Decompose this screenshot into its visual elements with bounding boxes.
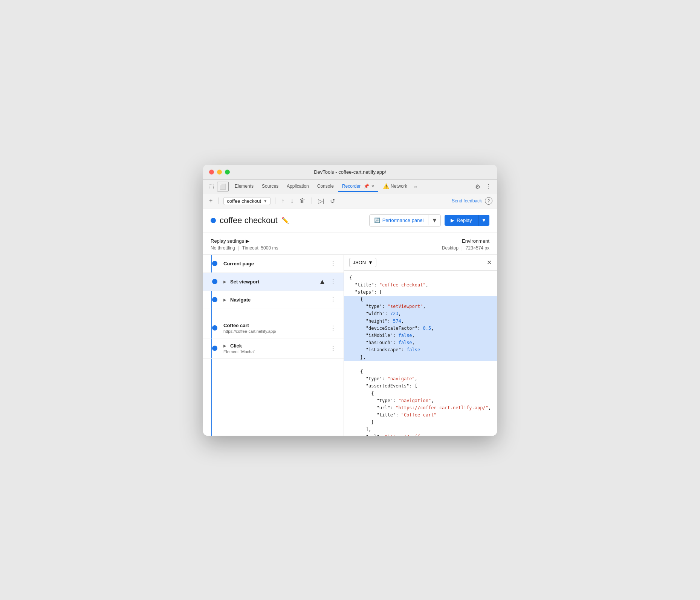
- step-content-1: ▶ Set viewport: [220, 279, 319, 285]
- chevron-down-icon: ▼: [263, 199, 267, 203]
- step-dot-3: [212, 325, 217, 331]
- tab-cursor[interactable]: ⬚: [206, 181, 216, 192]
- toolbar-divider-1: [219, 197, 219, 204]
- step-title-0: Current page: [223, 261, 329, 266]
- window-title: DevTools - coffee-cart.netlify.app/: [314, 169, 386, 175]
- recording-status-dot: [211, 218, 216, 223]
- json-format-chevron: ▼: [368, 260, 373, 265]
- step-dot-1: [212, 279, 217, 284]
- maximize-button[interactable]: [225, 170, 230, 174]
- step-dot-4: [212, 346, 217, 351]
- recording-title: coffee checkout: [220, 216, 278, 225]
- step-menu-2[interactable]: ⋮: [329, 295, 338, 304]
- step-dot-area-1: [209, 279, 220, 284]
- step-click[interactable]: ▶ Click Element "Mocha" ⋮: [203, 338, 344, 359]
- send-feedback-button[interactable]: Send feedback: [452, 198, 482, 204]
- env-title: Environment: [442, 238, 489, 244]
- tab-console[interactable]: Console: [313, 181, 338, 192]
- toolbar-divider-3: [312, 197, 312, 204]
- tab-elements[interactable]: Elements: [231, 181, 257, 192]
- help-button[interactable]: ?: [485, 197, 492, 205]
- perf-panel-main[interactable]: 🔄 Performance panel: [370, 215, 429, 225]
- replay-settings: Replay settings ▶ No throttling | Timeou…: [211, 238, 278, 251]
- step-menu-3[interactable]: ⋮: [329, 324, 338, 332]
- step-set-viewport[interactable]: ▶ Set viewport ▲ ⋮: [203, 273, 344, 291]
- cursor-icon: ▲: [319, 278, 326, 286]
- step-dot-0: [212, 261, 217, 266]
- step-title-2: Navigate: [230, 297, 251, 303]
- performance-panel-button[interactable]: 🔄 Performance panel ▼: [369, 214, 441, 227]
- environment-section: Environment Desktop | 723×574 px: [442, 238, 489, 251]
- perf-icon: 🔄: [374, 217, 380, 223]
- perf-panel-dropdown-icon[interactable]: ▼: [428, 215, 440, 226]
- tab-recorder[interactable]: Recorder 📌 ✕: [338, 181, 378, 192]
- add-recording-button[interactable]: +: [208, 197, 214, 205]
- json-panel: JSON ▼ ✕ { "title": "coffee checkout", "…: [344, 255, 497, 436]
- network-warning-icon: ⚠️: [383, 183, 389, 189]
- step-gap: [203, 309, 344, 318]
- devtools-window: DevTools - coffee-cart.netlify.app/ ⬚ ⬜ …: [203, 165, 497, 436]
- step-menu-1[interactable]: ⋮: [329, 277, 338, 286]
- recording-name-text: coffee checkout: [227, 198, 261, 204]
- tab-more-icon[interactable]: »: [412, 182, 419, 191]
- replay-button-group: ▶ Replay ▼: [445, 215, 489, 226]
- json-content[interactable]: { "title": "coffee checkout", "steps": […: [344, 271, 497, 436]
- step-menu-0[interactable]: ⋮: [329, 259, 338, 268]
- json-format-selector[interactable]: JSON ▼: [349, 258, 376, 267]
- toolbar-right: Send feedback ?: [452, 197, 492, 205]
- step-title-3: Coffee cart: [223, 323, 329, 328]
- tab-inspect[interactable]: ⬜: [217, 182, 229, 191]
- step-menu-4[interactable]: ⋮: [329, 344, 338, 353]
- step-current-page[interactable]: Current page ⋮: [203, 255, 344, 273]
- step-expand-1[interactable]: ▶: [223, 280, 226, 284]
- step-dot-area-2: [209, 297, 220, 302]
- recording-title-area: coffee checkout ✏️: [211, 216, 289, 225]
- step-subtitle-4: Element "Mocha": [223, 349, 329, 354]
- step-content-4: ▶ Click Element "Mocha": [220, 343, 329, 354]
- step-title-1: Set viewport: [230, 279, 259, 285]
- minimize-button[interactable]: [217, 170, 222, 174]
- step-forward-button[interactable]: ▷|: [316, 197, 326, 205]
- json-close-button[interactable]: ✕: [487, 259, 492, 266]
- settings-divider: |: [238, 245, 239, 251]
- tab-application[interactable]: Application: [283, 181, 313, 192]
- step-expand-2[interactable]: ▶: [223, 298, 226, 302]
- step-navigate[interactable]: ▶ Navigate ⋮: [203, 291, 344, 309]
- titlebar: DevTools - coffee-cart.netlify.app/: [203, 165, 497, 180]
- recorder-close-icon[interactable]: ✕: [371, 184, 374, 188]
- step-expand-4[interactable]: ▶: [223, 344, 226, 348]
- step-dot-area-4: [209, 346, 220, 351]
- upload-button[interactable]: ↑: [280, 197, 286, 205]
- tab-network[interactable]: ⚠️ Network: [379, 181, 411, 192]
- replay-dropdown-button[interactable]: ▼: [478, 215, 489, 226]
- replay-settings-title[interactable]: Replay settings ▶: [211, 238, 278, 244]
- settings-icon[interactable]: ⚙: [473, 182, 483, 192]
- tab-sources[interactable]: Sources: [258, 181, 282, 192]
- step-content-3: Coffee cart https://coffee-cart.netlify.…: [220, 323, 329, 334]
- toolbar-divider-2: [275, 197, 275, 204]
- close-button[interactable]: [209, 170, 214, 174]
- expand-icon: ▶: [246, 238, 249, 244]
- more-icon[interactable]: ⋮: [483, 182, 494, 192]
- step-subtitle-3: https://coffee-cart.netlify.app/: [223, 329, 329, 334]
- recorder-pin-icon[interactable]: 📌: [364, 184, 369, 189]
- steps-area: Current page ⋮ ▶ Set viewport: [203, 255, 497, 436]
- recording-selector[interactable]: coffee checkout ▼: [223, 197, 271, 205]
- delete-button[interactable]: 🗑: [298, 197, 307, 205]
- steps-panel: Current page ⋮ ▶ Set viewport: [203, 255, 344, 436]
- step-content-0: Current page: [220, 261, 329, 266]
- main-content: coffee checkout ✏️ 🔄 Performance panel ▼…: [203, 208, 497, 436]
- edit-title-icon[interactable]: ✏️: [281, 217, 289, 224]
- download-button[interactable]: ↓: [289, 197, 295, 205]
- json-format-label: JSON: [353, 260, 366, 265]
- step-dot-area-3: [209, 325, 220, 331]
- settings-section: Replay settings ▶ No throttling | Timeou…: [203, 233, 497, 255]
- settings-sub: No throttling | Timeout: 5000 ms: [211, 245, 278, 251]
- step-coffee-cart[interactable]: Coffee cart https://coffee-cart.netlify.…: [203, 318, 344, 338]
- replay-main-button[interactable]: ▶ Replay: [445, 215, 478, 226]
- play-icon: ▶: [451, 217, 454, 223]
- step-dot-2: [212, 297, 217, 302]
- replay-loop-button[interactable]: ↺: [329, 197, 336, 205]
- devtools-tabs: ⬚ ⬜ Elements Sources Application Console…: [203, 180, 497, 194]
- step-title-4: Click: [230, 343, 242, 349]
